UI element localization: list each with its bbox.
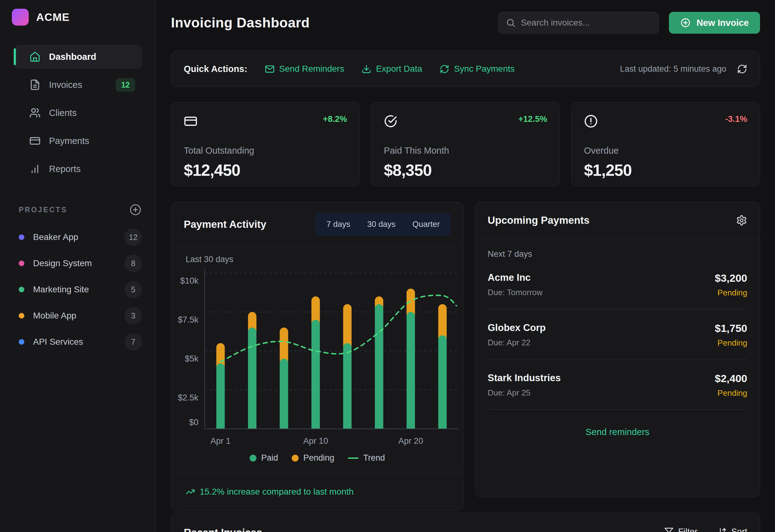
- trend-swatch: [348, 458, 359, 459]
- client-name: Acme Inc: [488, 272, 542, 283]
- payment-activity-title: Payment Activity: [184, 218, 267, 230]
- middle-row: Payment Activity 7 days 30 days Quarter …: [171, 202, 760, 511]
- project-color-dot: [19, 261, 24, 266]
- sidebar-item-label: Dashboard: [49, 52, 96, 62]
- send-reminders-action[interactable]: Send Reminders: [265, 64, 344, 74]
- status-badge: Pending: [715, 288, 747, 298]
- project-count-badge: 8: [124, 255, 142, 272]
- project-color-dot: [19, 234, 24, 240]
- page: ACME Dashboard Invoices 12 Clients: [0, 0, 775, 532]
- legend-label: Pending: [303, 453, 334, 463]
- legend-label: Paid: [261, 453, 278, 463]
- project-item-beaker-app[interactable]: Beaker App 12: [19, 228, 142, 247]
- chart-legend: Paid Pending Trend: [171, 453, 463, 463]
- refresh-icon: [737, 64, 747, 74]
- check-circle-icon: [384, 114, 397, 129]
- stat-value: $1,250: [584, 161, 747, 180]
- sidebar-item-payments[interactable]: Payments: [14, 129, 142, 153]
- trending-up-icon: [185, 487, 195, 496]
- tab-7-days[interactable]: 7 days: [318, 215, 359, 233]
- action-label: Export Data: [376, 64, 422, 74]
- svg-text:$7.5k: $7.5k: [178, 315, 199, 324]
- topbar: Invoicing Dashboard New Invoice: [171, 12, 760, 34]
- range-tabs: 7 days 30 days Quarter: [315, 213, 451, 236]
- refresh-button[interactable]: [737, 64, 747, 74]
- home-icon: [29, 51, 41, 62]
- projects-list: Beaker App 12 Design System 8 Marketing …: [0, 228, 156, 352]
- stat-label: Total Outstanding: [184, 146, 347, 156]
- project-label: API Services: [33, 337, 83, 347]
- chart-footer: 15.2% increase compared to last month: [171, 472, 463, 511]
- tab-30-days[interactable]: 30 days: [359, 215, 404, 233]
- project-count-badge: 5: [124, 281, 142, 298]
- sidebar-item-dashboard[interactable]: Dashboard: [14, 45, 142, 69]
- sort-button[interactable]: Sort: [718, 527, 747, 532]
- sidebar-item-reports[interactable]: Reports: [14, 157, 142, 181]
- quick-actions-bar: Quick Actions: Send Reminders Export Dat…: [171, 51, 760, 87]
- export-data-action[interactable]: Export Data: [362, 64, 422, 74]
- tab-quarter[interactable]: Quarter: [404, 215, 448, 233]
- legend-item-paid: Paid: [250, 453, 278, 463]
- new-invoice-label: New Invoice: [696, 18, 749, 28]
- svg-text:Apr 10: Apr 10: [303, 436, 328, 446]
- project-label: Mobile App: [33, 311, 76, 321]
- new-invoice-button[interactable]: New Invoice: [669, 12, 760, 34]
- upcoming-subtitle: Next 7 days: [488, 249, 747, 259]
- project-color-dot: [19, 287, 24, 292]
- settings-button[interactable]: [736, 215, 747, 226]
- invoices-count-badge: 12: [116, 78, 135, 92]
- credit-card-icon: [29, 135, 41, 146]
- due-date: Due: Apr 22: [488, 338, 546, 347]
- project-item-mobile-app[interactable]: Mobile App 3: [19, 306, 142, 325]
- sidebar-item-label: Payments: [49, 136, 89, 146]
- send-reminders-link[interactable]: Send reminders: [488, 427, 747, 437]
- search-input[interactable]: [521, 18, 651, 28]
- filter-label: Filter: [678, 527, 697, 532]
- pending-swatch: [292, 455, 299, 462]
- filter-icon: [664, 527, 674, 532]
- due-date: Due: Tomorrow: [488, 288, 542, 297]
- stat-delta: -3.1%: [725, 114, 747, 124]
- project-item-marketing-site[interactable]: Marketing Site 5: [19, 280, 142, 299]
- project-count-badge: 3: [124, 307, 142, 324]
- sidebar-item-invoices[interactable]: Invoices 12: [14, 73, 142, 97]
- sidebar: ACME Dashboard Invoices 12 Clients: [0, 0, 156, 532]
- stat-card-total-outstanding: +8.2% Total Outstanding $12,450: [171, 102, 360, 186]
- project-item-api-services[interactable]: API Services 7: [19, 332, 142, 352]
- search-icon: [506, 18, 516, 28]
- project-count-badge: 12: [124, 228, 142, 246]
- svg-text:Apr 1: Apr 1: [211, 436, 231, 446]
- client-name: Stark Industries: [488, 372, 561, 384]
- sync-payments-action[interactable]: Sync Payments: [440, 64, 515, 74]
- divider: [171, 246, 463, 247]
- main-content: Invoicing Dashboard New Invoice Quick Ac…: [156, 0, 775, 532]
- quick-actions-right: Last updated: 5 minutes ago: [620, 64, 747, 74]
- sync-icon: [440, 64, 449, 74]
- divider: [488, 409, 747, 410]
- stat-delta: +8.2%: [323, 114, 347, 124]
- project-item-design-system[interactable]: Design System 8: [19, 254, 142, 273]
- filter-button[interactable]: Filter: [664, 527, 697, 532]
- stat-card-overdue: -3.1% Overdue $1,250: [571, 102, 760, 186]
- legend-label: Trend: [363, 453, 385, 463]
- sidebar-item-label: Reports: [49, 164, 81, 174]
- sidebar-item-clients[interactable]: Clients: [14, 101, 142, 125]
- recent-invoices-title: Recent Invoices: [184, 527, 262, 532]
- svg-text:$0: $0: [189, 418, 199, 427]
- mail-icon: [265, 64, 275, 74]
- payment-activity-chart: $0$2.5k$5k$7.5k$10kApr 1Apr 10Apr 20: [171, 266, 464, 453]
- due-date: Due: Apr 25: [488, 388, 561, 398]
- projects-header: PROJECTS: [0, 204, 156, 216]
- sort-icon: [718, 527, 727, 532]
- plus-circle-icon: [129, 204, 141, 216]
- sidebar-item-label: Clients: [49, 108, 77, 118]
- add-project-button[interactable]: [129, 204, 141, 216]
- stat-delta: +12.5%: [518, 114, 547, 124]
- paid-swatch: [250, 455, 257, 462]
- brand-name: ACME: [36, 11, 70, 23]
- brand-logo: [12, 9, 29, 26]
- project-color-dot: [19, 313, 24, 319]
- quick-actions-label: Quick Actions:: [184, 64, 248, 74]
- credit-card-icon: [184, 114, 198, 129]
- stat-value: $12,450: [184, 161, 347, 180]
